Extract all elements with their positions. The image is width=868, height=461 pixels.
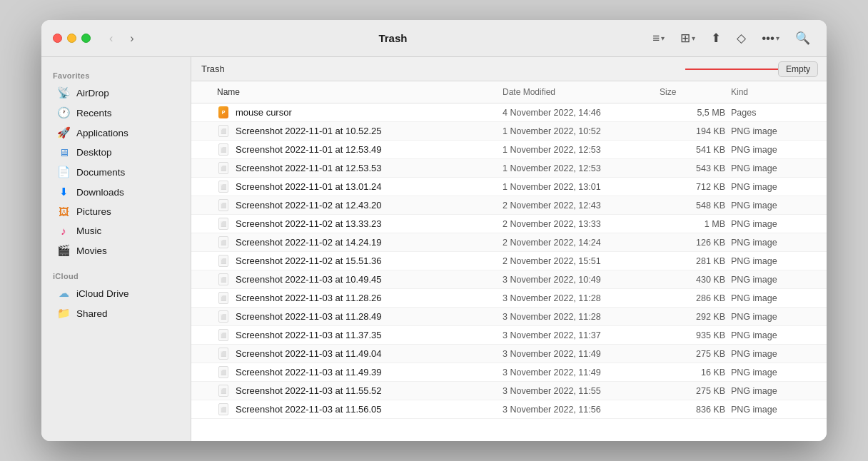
downloads-icon: ⬇ [57, 186, 70, 198]
file-name-cell: ⬜ Screenshot 2022-11-02 at 14.24.19 [217, 236, 503, 249]
table-row[interactable]: ⬜ Screenshot 2022-11-01 at 12.53.49 1 No… [191, 141, 827, 159]
file-name-cell: ⬜ Screenshot 2022-11-01 at 13.01.24 [217, 181, 503, 193]
back-button[interactable]: ‹ [105, 29, 117, 48]
table-row[interactable]: ⬜ Screenshot 2022-11-02 at 12.43.20 2 No… [191, 196, 827, 215]
file-icon: ⬜ [217, 181, 230, 193]
file-date: 3 November 2022, 11:49 [503, 368, 660, 378]
file-name-cell: ⬜ Screenshot 2022-11-02 at 13.33.23 [217, 218, 503, 230]
sidebar-item-documents[interactable]: 📄 Documents [46, 162, 186, 182]
file-size: 543 KB [660, 163, 731, 173]
table-row[interactable]: ⬜ Screenshot 2022-11-03 at 11.28.49 3 No… [191, 308, 827, 326]
tag-button[interactable]: ◇ [732, 27, 751, 49]
list-view-button[interactable]: ≡ ▾ [647, 28, 670, 49]
grid-view-icon: ⊞ [680, 31, 690, 46]
file-date: 3 November 2022, 11:55 [503, 386, 660, 396]
documents-icon: 📄 [57, 166, 70, 178]
sidebar-item-shared[interactable]: 📁 Shared [46, 303, 186, 323]
file-name-cell: ⬜ Screenshot 2022-11-03 at 11.49.04 [217, 348, 503, 360]
table-row[interactable]: ⬜ Screenshot 2022-11-03 at 11.56.05 3 No… [191, 400, 827, 419]
table-row[interactable]: ⬜ Screenshot 2022-11-03 at 11.49.04 3 No… [191, 345, 827, 363]
sidebar-item-pictures[interactable]: 🖼 Pictures [46, 202, 186, 221]
table-row[interactable]: ⬜ Screenshot 2022-11-03 at 11.28.26 3 No… [191, 289, 827, 308]
list-view-icon: ≡ [652, 31, 660, 46]
sidebar-item-applications[interactable]: 🚀 Applications [46, 123, 186, 143]
sidebar-item-icloud-drive[interactable]: ☁ iCloud Drive [46, 283, 186, 303]
size-column-header[interactable]: Size [660, 84, 731, 100]
table-row[interactable]: ⬜ Screenshot 2022-11-03 at 11.37.35 3 No… [191, 326, 827, 345]
share-button[interactable]: ⬆ [706, 27, 726, 49]
sidebar-item-recents[interactable]: 🕐 Recents [46, 103, 186, 123]
table-row[interactable]: P mouse cursor 4 November 2022, 14:46 5,… [191, 103, 827, 122]
maximize-button[interactable] [81, 34, 91, 43]
arrow-line [685, 69, 785, 70]
table-row[interactable]: ⬜ Screenshot 2022-11-02 at 13.33.23 2 No… [191, 215, 827, 233]
file-icon: ⬜ [217, 329, 230, 342]
file-size: 836 KB [660, 405, 731, 415]
file-icon: ⬜ [217, 366, 230, 379]
sidebar-item-label: Shared [76, 308, 108, 319]
pictures-icon: 🖼 [57, 206, 70, 218]
file-name-cell: ⬜ Screenshot 2022-11-03 at 11.37.35 [217, 329, 503, 342]
table-row[interactable]: ⬜ Screenshot 2022-11-03 at 11.49.39 3 No… [191, 363, 827, 382]
minimize-button[interactable] [67, 34, 76, 43]
file-date: 1 November 2022, 12:53 [503, 163, 660, 173]
more-button[interactable]: ••• ▾ [757, 28, 784, 49]
table-row[interactable]: ⬜ Screenshot 2022-11-02 at 15.51.36 2 No… [191, 252, 827, 270]
file-name: mouse cursor [236, 107, 292, 118]
file-date: 2 November 2022, 14:24 [503, 238, 660, 248]
file-list-header: Name Date Modified Size Kind [191, 81, 827, 103]
sidebar-item-airdrop[interactable]: 📡 AirDrop [46, 83, 186, 103]
file-icon: ⬜ [217, 162, 230, 175]
file-size: 1 MB [660, 219, 731, 229]
file-kind: PNG image [731, 368, 817, 378]
file-date: 2 November 2022, 13:33 [503, 219, 660, 229]
file-size: 275 KB [660, 349, 731, 359]
file-date: 1 November 2022, 13:01 [503, 182, 660, 192]
table-row[interactable]: ⬜ Screenshot 2022-11-01 at 13.01.24 1 No… [191, 178, 827, 196]
traffic-lights [53, 34, 91, 43]
empty-button[interactable]: Empty [778, 61, 818, 77]
file-name: Screenshot 2022-11-01 at 10.52.25 [236, 126, 382, 136]
grid-view-button[interactable]: ⊞ ▾ [675, 27, 700, 49]
table-row[interactable]: ⬜ Screenshot 2022-11-03 at 10.49.45 3 No… [191, 270, 827, 289]
date-column-header[interactable]: Date Modified [503, 84, 660, 100]
close-button[interactable] [53, 34, 62, 43]
file-list: P mouse cursor 4 November 2022, 14:46 5,… [191, 103, 827, 441]
file-pane: Trash Empty Name Date Modified Size Kind… [191, 57, 827, 441]
sidebar-item-desktop[interactable]: 🖥 Desktop [46, 143, 186, 162]
name-column-header[interactable]: Name [217, 84, 503, 100]
file-size: 286 KB [660, 293, 731, 303]
file-name-cell: ⬜ Screenshot 2022-11-02 at 12.43.20 [217, 199, 503, 212]
table-row[interactable]: ⬜ Screenshot 2022-11-03 at 11.55.52 3 No… [191, 382, 827, 400]
forward-button[interactable]: › [126, 29, 138, 48]
path-bar: Trash Empty [191, 57, 827, 81]
sidebar-item-label: AirDrop [76, 88, 109, 98]
file-name: Screenshot 2022-11-03 at 11.49.39 [236, 367, 382, 378]
file-kind: PNG image [731, 219, 817, 229]
file-size: 548 KB [660, 201, 731, 211]
file-icon: ⬜ [217, 310, 230, 323]
file-size: 541 KB [660, 145, 731, 155]
kind-column-header[interactable]: Kind [731, 84, 817, 100]
file-name-cell: ⬜ Screenshot 2022-11-03 at 11.55.52 [217, 385, 503, 397]
file-date: 3 November 2022, 11:28 [503, 312, 660, 322]
table-row[interactable]: ⬜ Screenshot 2022-11-01 at 10.52.25 1 No… [191, 122, 827, 141]
window-title: Trash [147, 32, 640, 44]
icloud-label: iCloud [41, 266, 191, 283]
sidebar-item-downloads[interactable]: ⬇ Downloads [46, 182, 186, 202]
search-button[interactable]: 🔍 [790, 27, 815, 49]
sidebar-item-music[interactable]: ♪ Music [46, 221, 186, 240]
file-date: 1 November 2022, 12:53 [503, 145, 660, 155]
file-date: 3 November 2022, 11:28 [503, 293, 660, 303]
sidebar-item-movies[interactable]: 🎬 Movies [46, 240, 186, 260]
table-row[interactable]: ⬜ Screenshot 2022-11-02 at 14.24.19 2 No… [191, 233, 827, 252]
table-row[interactable]: ⬜ Screenshot 2022-11-01 at 12.53.53 1 No… [191, 159, 827, 178]
file-size: 281 KB [660, 256, 731, 266]
file-kind: PNG image [731, 349, 817, 359]
file-icon: ⬜ [217, 292, 230, 305]
sidebar-item-label: Applications [76, 128, 128, 138]
file-name-cell: ⬜ Screenshot 2022-11-03 at 11.28.49 [217, 310, 503, 323]
file-name: Screenshot 2022-11-03 at 11.28.49 [236, 311, 382, 322]
chevron-down-icon: ▾ [661, 34, 665, 42]
file-icon: ⬜ [217, 236, 230, 249]
